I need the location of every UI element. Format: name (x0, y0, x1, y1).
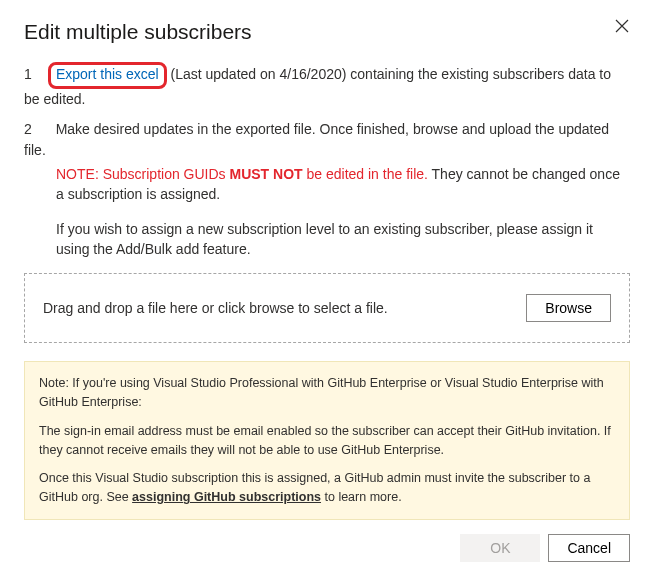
github-note-box: Note: If you're using Visual Studio Prof… (24, 361, 630, 520)
file-dropzone[interactable]: Drag and drop a file here or click brows… (24, 273, 630, 343)
cancel-button[interactable]: Cancel (548, 534, 630, 562)
note-p2: The sign-in email address must be email … (39, 422, 615, 460)
steps-list: 1 Export this excel (Last updated on 4/1… (24, 62, 630, 259)
close-button[interactable] (610, 14, 634, 38)
ok-button: OK (460, 534, 540, 562)
note-red-suffix: be edited in the file. (303, 166, 428, 182)
edit-subscribers-dialog: Edit multiple subscribers 1 Export this … (0, 0, 654, 580)
export-highlight: Export this excel (48, 62, 167, 89)
note-red-prefix: NOTE: Subscription GUIDs (56, 166, 230, 182)
step-2: 2 Make desired updates in the exported f… (24, 119, 630, 259)
step-2-num: 2 (24, 119, 44, 139)
dialog-title: Edit multiple subscribers (24, 20, 630, 44)
export-excel-link[interactable]: Export this excel (55, 64, 160, 84)
note-red-bold: MUST NOT (230, 166, 303, 182)
note-p1: Note: If you're using Visual Studio Prof… (39, 374, 615, 412)
dropzone-text: Drag and drop a file here or click brows… (43, 300, 388, 316)
step-1-num: 1 (24, 64, 44, 84)
step-1: 1 Export this excel (Last updated on 4/1… (24, 62, 630, 109)
close-icon (615, 19, 629, 33)
assign-github-link[interactable]: assigning GitHub subscriptions (132, 490, 321, 504)
step-2-reassign: If you wish to assign a new subscription… (56, 219, 630, 260)
note-p3: Once this Visual Studio subscription thi… (39, 469, 615, 507)
step-2-note: NOTE: Subscription GUIDs MUST NOT be edi… (56, 164, 630, 205)
browse-button[interactable]: Browse (526, 294, 611, 322)
step-2-text: Make desired updates in the exported fil… (24, 121, 609, 157)
dialog-footer: OK Cancel (24, 534, 630, 562)
